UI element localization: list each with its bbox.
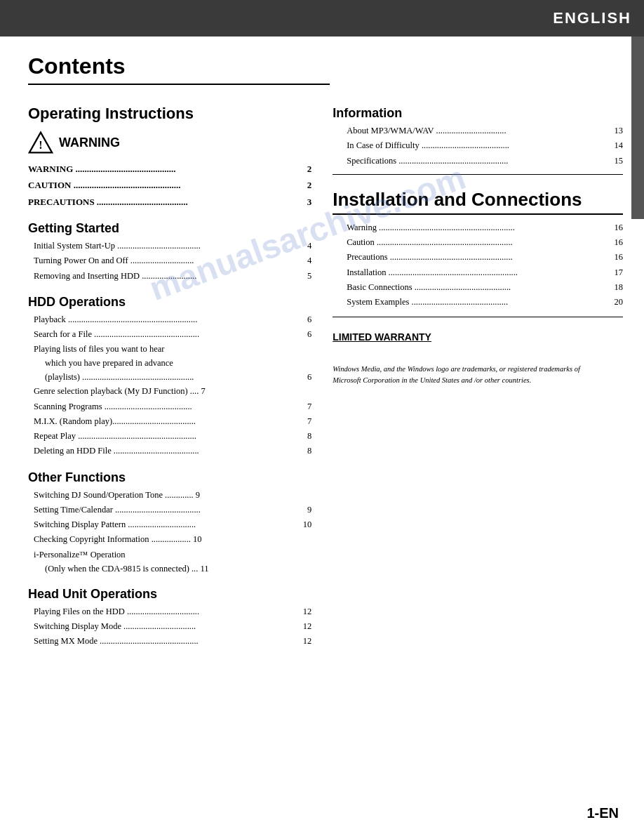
toc-warning-page: 2 bbox=[297, 161, 311, 177]
toc-bold-entries: WARNING ................................… bbox=[28, 161, 311, 210]
svg-text:!: ! bbox=[39, 139, 42, 152]
toc-setting-mx-mode: Setting MX Mode ........................… bbox=[28, 634, 311, 649]
toc-entry-warning: WARNING ................................… bbox=[28, 161, 311, 177]
col-right: Information About MP3/WMA/WAV ..........… bbox=[326, 95, 623, 649]
warning-label: WARNING bbox=[59, 135, 120, 150]
toc-initial-startup: Initial System Start-Up ................… bbox=[28, 239, 311, 253]
top-bar: ENGLISH bbox=[0, 0, 644, 37]
toc-playing-files-hdd: Playing Files on the HDD ...............… bbox=[28, 604, 311, 619]
main-content: Contents Operating Instructions ! WARNIN… bbox=[0, 37, 644, 670]
toc-entry-precautions: PRECAUTIONS ............................… bbox=[28, 194, 311, 210]
toc-warning-label: WARNING ................................… bbox=[28, 161, 297, 177]
toc-playback: Playback ...............................… bbox=[28, 312, 311, 327]
toc-caution-label: CAUTION ................................… bbox=[28, 177, 297, 193]
toc-caution-install: Caution ................................… bbox=[333, 235, 623, 250]
section-getting-started: Getting Started bbox=[28, 221, 311, 236]
columns: Operating Instructions ! WARNING WARNING… bbox=[28, 95, 623, 649]
warning-block: ! WARNING bbox=[28, 130, 311, 155]
toc-precautions-install: Precautions ............................… bbox=[333, 250, 623, 265]
section-other-functions: Other Functions bbox=[28, 470, 311, 485]
toc-turning-power: Turning Power On and Off ...............… bbox=[28, 253, 311, 268]
page-title: Contents bbox=[28, 53, 623, 79]
right-accent-bar bbox=[631, 37, 644, 219]
section-head-unit: Head Unit Operations bbox=[28, 587, 311, 602]
toc-search-file: Search for a File ......................… bbox=[28, 327, 311, 342]
page-number: 1-EN bbox=[586, 805, 619, 821]
toc-switching-display-mode: Switching Display Mode .................… bbox=[28, 619, 311, 634]
toc-warning-install: Warning ................................… bbox=[333, 220, 623, 235]
toc-setting-time: Setting Time/Calendar ..................… bbox=[28, 503, 311, 517]
toc-basic-connections: Basic Connections ......................… bbox=[333, 280, 623, 295]
section-operating-instructions: Operating Instructions bbox=[28, 105, 311, 123]
language-label: ENGLISH bbox=[553, 9, 631, 27]
limited-warranty: LIMITED WARRANTY bbox=[333, 331, 623, 343]
toc-entry-caution: CAUTION ................................… bbox=[28, 177, 311, 193]
right-divider bbox=[333, 174, 623, 175]
warning-triangle-icon: ! bbox=[28, 130, 53, 155]
toc-installation: Installation ...........................… bbox=[333, 265, 623, 280]
toc-in-case-difficulty: In Case of Difficulty ..................… bbox=[333, 138, 623, 153]
toc-repeat-play: Repeat Play ............................… bbox=[28, 429, 311, 444]
toc-ipersonalize: i-Personalize™ Operation (Only when the … bbox=[28, 548, 311, 576]
toc-precautions-label: PRECAUTIONS ............................… bbox=[28, 194, 297, 210]
footer-note: Windows Media, and the Windows logo are … bbox=[333, 364, 599, 386]
toc-switching-dj: Switching DJ Sound/Operation Tone ......… bbox=[28, 488, 311, 503]
toc-removing-inserting: Removing and Inserting HDD .............… bbox=[28, 269, 311, 284]
toc-switching-display: Switching Display Pattern ..............… bbox=[28, 517, 311, 532]
section-hdd-operations: HDD Operations bbox=[28, 295, 311, 310]
toc-playlists: Playing lists of files you want to hear … bbox=[28, 342, 311, 384]
toc-caution-page: 2 bbox=[297, 177, 311, 193]
section-installation: Installation and Connections bbox=[333, 189, 623, 215]
toc-about-mp3: About MP3/WMA/WAV ......................… bbox=[333, 124, 623, 138]
section-information: Information bbox=[333, 106, 623, 121]
toc-specifications: Specifications .........................… bbox=[333, 154, 623, 168]
toc-scanning: Scanning Programs ......................… bbox=[28, 399, 311, 414]
page-title-underline bbox=[28, 84, 330, 85]
toc-mix: M.I.X. (Random play)....................… bbox=[28, 414, 311, 429]
toc-genre-selection: Genre selection playback (My DJ Function… bbox=[28, 384, 311, 399]
toc-precautions-page: 3 bbox=[297, 194, 311, 210]
toc-deleting-hdd: Deleting an HDD File ...................… bbox=[28, 444, 311, 458]
toc-system-examples: System Examples ........................… bbox=[333, 295, 623, 310]
col-left: Operating Instructions ! WARNING WARNING… bbox=[28, 95, 326, 649]
toc-copyright: Checking Copyright Information .........… bbox=[28, 532, 311, 547]
right-divider2 bbox=[333, 317, 623, 317]
